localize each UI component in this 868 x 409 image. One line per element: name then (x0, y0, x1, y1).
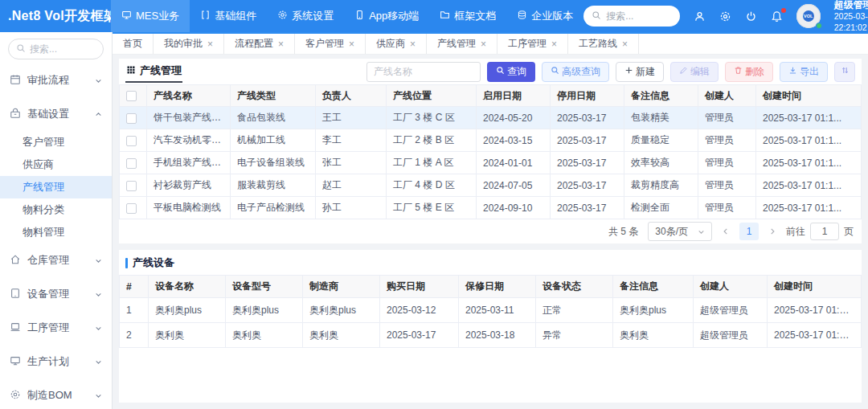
tab-process-mgmt[interactable]: 工序管理× (497, 34, 568, 54)
row-checkbox[interactable] (126, 113, 137, 124)
tab-home[interactable]: 首页 (113, 34, 154, 54)
tab-supplier[interactable]: 供应商× (366, 34, 427, 54)
user-menu[interactable]: 超级管理员 2025-03-25 22:21:02 (834, 0, 868, 33)
line-name-link[interactable]: 汽车发动机零部... (147, 129, 231, 152)
sidebar-item-label: 设备管理 (27, 287, 69, 301)
tab-label: 客户管理 (305, 37, 344, 51)
global-search-input[interactable] (606, 10, 671, 22)
select-all-checkbox[interactable] (126, 91, 137, 101)
table-cell: 奥利奥plus (226, 298, 303, 323)
column-header: 产线位置 (387, 85, 477, 107)
table-row[interactable]: 2 奥利奥 奥利奥 奥利奥 2025-03-17 2025-03-18 异常 奥… (120, 323, 862, 348)
main-content: 首页 我的审批× 流程配置× 客户管理× 供应商× 产线管理× 工序管理× 工艺… (113, 32, 868, 409)
row-checkbox[interactable] (126, 136, 137, 146)
home-icon (10, 254, 21, 268)
close-icon[interactable]: × (349, 39, 354, 49)
query-button[interactable]: 查询 (487, 62, 535, 82)
line-name-filter-input[interactable] (366, 62, 481, 82)
tab-bar: 首页 我的审批× 流程配置× 客户管理× 供应商× 产线管理× 工序管理× 工艺… (113, 32, 868, 55)
sidebar-search[interactable] (8, 39, 104, 59)
tab-my-approvals[interactable]: 我的审批× (154, 34, 224, 54)
nav-item-enterprise-edition[interactable]: 企业版本 (506, 0, 583, 32)
trash-icon (734, 66, 743, 77)
tab-production-line-mgmt[interactable]: 产线管理× (427, 34, 497, 54)
tab-process-config[interactable]: 流程配置× (224, 34, 295, 54)
sidebar-item-material-category[interactable]: 物料分类 (0, 198, 112, 221)
global-search[interactable] (583, 6, 679, 27)
table-row[interactable]: 手机组装产线 1 号 电子设备组装线 张工 工厂 1 楼 A 区 2024-01… (120, 152, 862, 174)
sidebar-item-warehouse-mgmt[interactable]: 仓库管理 (0, 243, 112, 277)
line-name-link[interactable]: 衬衫裁剪产线 (147, 174, 231, 197)
sidebar-item-approval-flow[interactable]: 审批流程 (0, 63, 112, 97)
app-window: .Net8 Vol开发框架 MES业务 基础组件 系统设置 App移动端 框架文… (0, 0, 868, 409)
close-icon[interactable]: × (278, 39, 284, 49)
nav-item-app-mobile[interactable]: App移动端 (344, 0, 429, 32)
button-label: 导出 (800, 65, 819, 79)
table-cell: 奥利奥 (149, 323, 226, 348)
close-icon[interactable]: × (481, 39, 486, 49)
nav-item-framework-docs[interactable]: 框架文档 (429, 0, 506, 32)
row-checkbox[interactable] (126, 203, 137, 214)
row-checkbox[interactable] (126, 158, 137, 169)
close-icon[interactable]: × (622, 39, 628, 49)
sidebar-item-basic-settings[interactable]: 基础设置 (0, 97, 112, 131)
line-name-link[interactable]: 饼干包装产线 2 号 (147, 107, 231, 129)
settings-gear-icon[interactable] (719, 10, 731, 22)
user-icon[interactable] (694, 10, 706, 22)
top-menu: MES业务 基础组件 系统设置 App移动端 框架文档 企业版本 (111, 0, 583, 32)
line-name-link[interactable]: 手机组装产线 1 号 (147, 152, 231, 174)
download-icon (788, 66, 797, 77)
nav-item-system-settings[interactable]: 系统设置 (267, 0, 344, 32)
sidebar-item-manufacturing-bom[interactable]: 制造BOM (0, 378, 112, 409)
swap-vertical-icon (841, 66, 850, 77)
delete-button[interactable]: 删除 (725, 62, 773, 82)
table-cell: 2025-03-17 (551, 129, 624, 152)
sidebar-item-customer-mgmt[interactable]: 客户管理 (0, 131, 112, 153)
tab-process-route[interactable]: 工艺路线× (568, 34, 639, 54)
table-cell: 机械加工线 (231, 129, 316, 152)
table-row[interactable]: 汽车发动机零部... 机械加工线 李工 工厂 2 楼 B 区 2024-03-1… (120, 129, 862, 152)
sidebar-item-process-mgmt[interactable]: 工序管理 (0, 311, 112, 345)
close-icon[interactable]: × (410, 39, 416, 49)
table-row[interactable]: 平板电脑检测线 电子产品检测线 孙工 工厂 5 楼 E 区 2024-09-10… (120, 197, 862, 219)
power-icon[interactable] (745, 10, 757, 22)
sidebar-item-equipment-mgmt[interactable]: 设备管理 (0, 277, 112, 311)
tab-customer-mgmt[interactable]: 客户管理× (295, 34, 366, 54)
sidebar-search-input[interactable] (30, 43, 96, 55)
next-page-button[interactable] (768, 227, 776, 235)
line-name-link[interactable]: 平板电脑检测线 (147, 197, 231, 219)
column-header: 备注信息 (624, 85, 698, 107)
prev-page-button[interactable] (722, 227, 730, 235)
table-cell: 2 (120, 323, 149, 348)
table-cell: 2024-03-15 (477, 129, 551, 152)
advanced-query-button[interactable]: 高级查询 (542, 62, 609, 82)
table-row[interactable]: 饼干包装产线 2 号 食品包装线 王工 工厂 3 楼 C 区 2024-05-2… (120, 107, 862, 129)
avatar[interactable]: VOL (796, 4, 821, 28)
row-checkbox[interactable] (126, 181, 137, 191)
page-size-select[interactable]: 30条/页 (648, 222, 712, 241)
close-icon[interactable]: × (551, 39, 557, 49)
table-cell: 2025-03-17 01:49:46 (768, 323, 862, 348)
export-button[interactable]: 导出 (780, 62, 828, 82)
sidebar-item-production-line-mgmt[interactable]: 产线管理 (0, 176, 112, 198)
sidebar-item-supplier[interactable]: 供应商 (0, 153, 112, 176)
nav-item-mes[interactable]: MES业务 (111, 0, 190, 32)
edit-button[interactable]: 编辑 (670, 62, 719, 82)
sidebar-item-production-plan[interactable]: 生产计划 (0, 345, 112, 378)
bell-icon[interactable] (771, 10, 783, 22)
create-button[interactable]: 新建 (616, 62, 664, 82)
sidebar-item-material-mgmt[interactable]: 物料管理 (0, 221, 112, 243)
table-cell: 食品包装线 (231, 107, 316, 129)
table-cell: 服装裁剪线 (231, 174, 316, 197)
nav-item-basic-components[interactable]: 基础组件 (190, 0, 267, 32)
column-sort-button[interactable] (834, 62, 855, 82)
current-page-button[interactable]: 1 (739, 223, 759, 240)
goto-page-input[interactable] (810, 223, 839, 240)
table-row[interactable]: 1 奥利奥plus 奥利奥plus 奥利奥plus 2025-03-12 202… (120, 298, 862, 323)
close-icon[interactable]: × (207, 39, 213, 49)
table-row[interactable]: 衬衫裁剪产线 服装裁剪线 赵工 工厂 4 楼 D 区 2024-07-05 20… (120, 174, 862, 197)
table-cell: 2025-03-17 01:1... (756, 152, 862, 174)
chevron-down-icon (698, 228, 705, 235)
table-cell: 2024-05-20 (477, 107, 551, 129)
page-unit-label: 页 (844, 225, 854, 239)
